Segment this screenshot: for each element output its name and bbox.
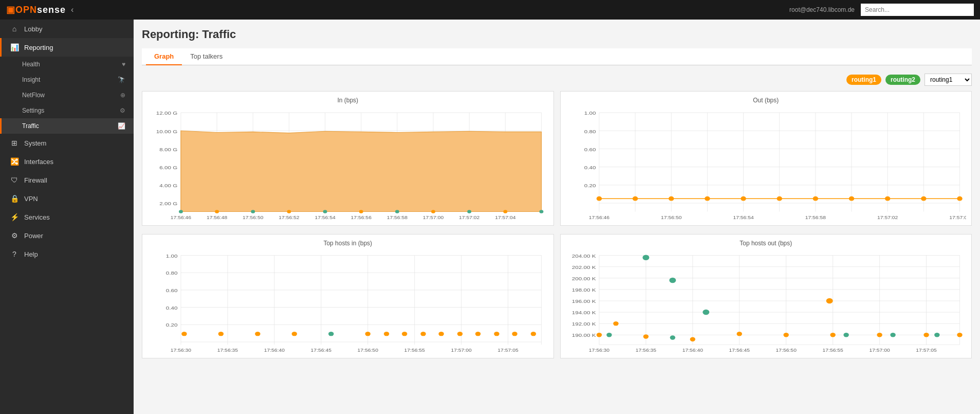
svg-text:17:56:54: 17:56:54 [733,215,754,220]
svg-point-160 [934,333,939,337]
svg-text:204.00 K: 204.00 K [571,253,596,259]
svg-text:0.80: 0.80 [166,271,178,276]
sidebar-item-firewall[interactable]: 🛡 Firewall [0,171,134,189]
svg-text:17:56:30: 17:56:30 [171,348,191,353]
svg-text:17:57:04: 17:57:04 [949,215,966,220]
svg-text:0.20: 0.20 [166,322,178,328]
interface-selector-row: routing1 routing2 routing1 routing2 [142,74,972,86]
sidebar-item-settings[interactable]: Settings ⚙ [0,103,134,118]
svg-text:0.40: 0.40 [584,165,596,170]
content-area: Reporting: Traffic Graph Top talkers rou… [134,20,980,414]
sidebar-item-label: VPN [24,195,38,203]
svg-text:17:57:02: 17:57:02 [877,215,898,220]
badge-routing1[interactable]: routing1 [846,75,881,85]
sidebar-item-vpn[interactable]: 🔒 VPN [0,189,134,208]
sidebar-item-lobby[interactable]: ⌂ Lobby [0,20,134,38]
sidebar: ⌂ Lobby 📊 Reporting Health ♥ Insight 🔭 N… [0,20,134,414]
svg-point-150 [643,334,648,338]
svg-point-148 [596,333,601,337]
top-charts-row: In (bps) [142,91,972,226]
svg-point-69 [848,196,854,201]
search-input[interactable] [861,4,974,16]
sidebar-item-power[interactable]: ⚙ Power [0,226,134,245]
sidebar-item-traffic[interactable]: Traffic 📈 [0,118,134,134]
svg-text:17:57:04: 17:57:04 [495,215,516,220]
svg-text:0.60: 0.60 [584,147,596,152]
firewall-icon: 🛡 [10,176,19,184]
svg-point-43 [540,210,544,213]
svg-point-39 [395,210,399,213]
svg-text:17:57:05: 17:57:05 [916,348,936,353]
svg-point-65 [705,196,710,201]
system-icon: ⊞ [10,139,19,147]
svg-point-113 [531,332,536,336]
svg-point-40 [431,210,435,213]
svg-text:1.00: 1.00 [166,253,178,259]
svg-text:17:56:40: 17:56:40 [264,348,285,353]
svg-text:198.00 K: 198.00 K [571,287,596,293]
sidebar-item-label: Interfaces [24,158,53,166]
tab-bar: Graph Top talkers [142,48,972,65]
svg-point-163 [826,298,833,304]
settings-icon: ⚙ [120,107,125,114]
tab-top-talkers[interactable]: Top talkers [182,48,231,65]
sidebar-item-services[interactable]: ⚡ Services [0,208,134,226]
svg-point-152 [690,337,695,341]
svg-text:17:56:55: 17:56:55 [404,348,424,353]
vpn-icon: 🔒 [10,194,19,203]
svg-point-153 [736,332,742,336]
sidebar-item-system[interactable]: ⊞ System [0,134,134,152]
svg-point-106 [402,332,407,336]
svg-point-155 [830,333,835,337]
svg-text:17:56:45: 17:56:45 [311,348,331,353]
svg-text:17:57:02: 17:57:02 [459,215,479,220]
svg-point-62 [596,196,601,201]
svg-text:17:56:40: 17:56:40 [682,348,702,353]
tab-graph[interactable]: Graph [146,48,182,65]
services-icon: ⚡ [10,213,19,221]
svg-point-37 [323,210,327,213]
chart-top-hosts-out-title: Top hosts out (bps) [566,240,967,247]
svg-text:200.00 K: 200.00 K [571,276,596,281]
svg-text:17:56:50: 17:56:50 [243,215,263,220]
svg-point-104 [365,332,371,336]
svg-text:0.20: 0.20 [584,183,596,188]
sidebar-item-interfaces[interactable]: 🔀 Interfaces [0,152,134,171]
svg-point-36 [287,210,291,213]
svg-point-159 [923,333,929,337]
sidebar-item-label: Firewall [24,176,47,184]
menu-toggle-icon[interactable]: ‹ [71,5,73,14]
netflow-icon: ⊕ [120,92,125,99]
svg-point-108 [438,332,443,336]
svg-text:12.00 G: 12.00 G [156,110,178,116]
logo: ▣OPNsense [6,4,66,15]
svg-text:17:56:45: 17:56:45 [729,348,749,353]
interface-select[interactable]: routing1 routing2 [924,74,972,86]
reporting-submenu: Health ♥ Insight 🔭 NetFlow ⊕ Settings ⚙ … [0,57,134,134]
svg-point-162 [613,321,618,326]
svg-text:2.00 G: 2.00 G [159,201,177,206]
sidebar-item-reporting[interactable]: 📊 Reporting [0,38,134,57]
svg-text:4.00 G: 4.00 G [159,183,177,188]
bottom-charts-row: Top hosts in (bps) [142,234,972,358]
chart-top-hosts-in-svg: 1.00 0.80 0.60 0.40 0.20 17:56:30 17:56:… [147,250,548,353]
sidebar-item-health[interactable]: Health ♥ [0,57,134,72]
svg-text:8.00 G: 8.00 G [159,147,177,152]
svg-point-63 [632,196,637,201]
svg-text:10.00 G: 10.00 G [156,128,178,134]
badge-routing2[interactable]: routing2 [885,75,920,85]
svg-text:17:56:48: 17:56:48 [207,215,227,220]
svg-text:1.00: 1.00 [584,110,596,116]
sidebar-item-netflow[interactable]: NetFlow ⊕ [0,87,134,103]
chart-top-hosts-out: Top hosts out (bps) [560,234,972,358]
sidebar-item-help[interactable]: ? Help [0,245,134,263]
sidebar-item-insight[interactable]: Insight 🔭 [0,72,134,87]
chart-out-bps-title: Out (bps) [566,97,967,104]
svg-text:17:56:58: 17:56:58 [387,215,408,220]
svg-text:17:56:35: 17:56:35 [635,348,656,353]
interfaces-icon: 🔀 [10,157,19,166]
svg-text:194.00 K: 194.00 K [571,310,596,315]
chart-out-bps-area: 1.00 0.80 0.60 0.40 0.20 17:56:46 17:56:… [566,107,967,220]
svg-text:202.00 K: 202.00 K [571,264,596,270]
svg-point-109 [457,332,463,336]
